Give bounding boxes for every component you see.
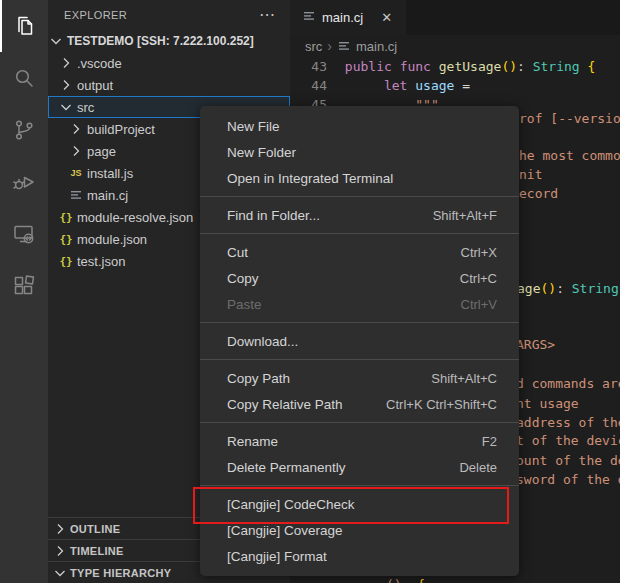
menu-item-cangjie-coverage[interactable]: [Cangjie] Coverage [200,517,519,543]
code-fragment: ARGS> [516,335,555,354]
menu-item-label: Paste [227,297,262,312]
line-number: 44 [290,76,337,95]
tree-item-testdemo-ssh-7-222-100-252[interactable]: TESTDEMO [SSH: 7.222.100.252] [48,30,290,52]
activity-bar-item-extensions[interactable] [0,260,48,312]
chevron-right-icon [68,121,84,137]
menu-item-copy[interactable]: CopyCtrl+C [200,265,519,291]
menu-item-copy-relative-path[interactable]: Copy Relative PathCtrl+K Ctrl+Shift+C [200,391,519,417]
menu-item-shortcut: F2 [482,434,497,449]
menu-item-label: Open in Integrated Terminal [227,171,393,186]
code-text: public func getUsage(): String { [337,57,595,76]
menu-item-shortcut: Ctrl+C [460,271,497,286]
code-fragment: nit [519,165,542,184]
cj-file-icon [302,9,316,26]
tree-item-label: module.json [77,232,147,247]
menu-separator [200,196,519,197]
tree-item-vscode[interactable]: .vscode [48,52,290,74]
breadcrumb-file[interactable]: main.cj [356,39,397,54]
menu-item-cut[interactable]: CutCtrl+X [200,239,519,265]
code-fragment: () { [386,575,425,583]
chevron-down-icon [52,565,68,581]
cj-file-icon [337,39,351,53]
activity-bar-item-source-control[interactable] [0,104,48,156]
tree-item-label: test.json [77,254,125,269]
code-fragment: ecord [519,184,558,203]
json-file-icon: {} [58,253,74,269]
menu-separator [200,359,519,360]
code-fragment: sword of the d [516,470,620,489]
menu-separator [200,422,519,423]
editor-tab-bar: main.cj ✕ [290,0,620,35]
menu-item-find-in-folder[interactable]: Find in Folder...Shift+Alt+F [200,202,519,228]
chevron-right-icon [52,521,68,537]
menu-item-copy-path[interactable]: Copy PathShift+Alt+C [200,365,519,391]
menu-item-download[interactable]: Download... [200,328,519,354]
menu-separator [200,485,519,486]
activity-bar-item-remote-explorer[interactable] [0,208,48,260]
chevron-right-icon: › [327,38,332,54]
code-fragment: rof [--version [519,109,620,128]
activity-bar-item-run-and-debug[interactable] [0,156,48,208]
activity-bar-item-explorer[interactable] [0,0,48,52]
code-line: 44 let usage = [290,76,620,95]
activity-bar-item-search[interactable] [0,52,48,104]
menu-item-delete-permanently[interactable]: Delete PermanentlyDelete [200,454,519,480]
line-number: 43 [290,57,337,76]
tree-item-output[interactable]: output [48,74,290,96]
tree-item-label: .vscode [77,56,122,71]
tree-item-label: TESTDEMO [SSH: 7.222.100.252] [67,34,254,48]
menu-item-label: Copy Path [227,371,290,386]
breadcrumb-folder[interactable]: src [305,39,322,54]
tree-item-label: module-resolve.json [77,210,193,225]
menu-item-shortcut: Delete [459,460,497,475]
code-fragment: address of the [516,413,620,432]
search-icon [12,66,36,90]
code-fragment: he most common [519,146,620,165]
menu-item-paste: PasteCtrl+V [200,291,519,317]
tree-item-label: install.js [87,166,133,181]
code-fragment: ount of the de [516,451,620,470]
menu-item-new-folder[interactable]: New Folder [200,139,519,165]
menu-item-shortcut: Ctrl+V [461,297,497,312]
section-label: OUTLINE [70,523,120,535]
tab-main-cj[interactable]: main.cj ✕ [290,0,406,35]
menu-item-label: [Cangjie] Format [227,549,327,564]
code-fragment: age(): String [517,279,619,298]
code-text: let usage = [337,76,470,95]
sidebar-title: EXPLORER [64,9,127,21]
menu-item-rename[interactable]: RenameF2 [200,428,519,454]
menu-item-cangjie-format[interactable]: [Cangjie] Format [200,543,519,569]
menu-item-cangjie-codecheck[interactable]: [Cangjie] CodeCheck [200,491,519,517]
menu-item-label: Download... [227,334,298,349]
breadcrumb: src › main.cj [290,35,620,57]
chevron-right-icon [58,77,74,93]
extensions-icon [12,274,36,298]
menu-item-open-in-integrated-terminal[interactable]: Open in Integrated Terminal [200,165,519,191]
menu-item-label: New Folder [227,145,296,160]
tree-item-label: buildProject [87,122,155,137]
menu-item-label: Copy Relative Path [227,397,343,412]
menu-item-shortcut: Ctrl+K Ctrl+Shift+C [386,397,497,412]
tree-item-label: output [77,78,113,93]
section-label: TIMELINE [70,545,124,557]
menu-item-label: Cut [227,245,248,260]
menu-item-label: New File [227,119,280,134]
tree-item-label: page [87,144,116,159]
cj-file-icon [68,187,84,203]
menu-item-label: Delete Permanently [227,460,346,475]
json-file-icon: {} [58,209,74,225]
section-label: TYPE HIERARCHY [70,567,171,579]
chevron-down-icon [48,33,64,49]
close-icon[interactable]: ✕ [377,8,396,27]
more-actions-icon[interactable]: ⋯ [259,10,276,20]
files-icon [13,14,37,38]
chevron-right-icon [58,55,74,71]
tree-item-label: main.cj [87,188,128,203]
tab-label: main.cj [322,10,363,25]
menu-item-label: Copy [227,271,259,286]
menu-item-shortcut: Ctrl+X [461,245,497,260]
menu-item-label: Rename [227,434,278,449]
menu-item-new-file[interactable]: New File [200,113,519,139]
tree-item-label: src [77,100,94,115]
activity-bar [0,0,48,583]
